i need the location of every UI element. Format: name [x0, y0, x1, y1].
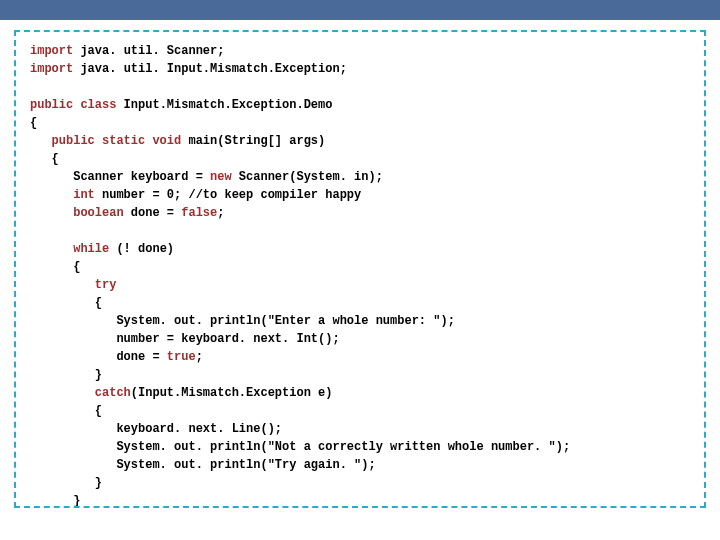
code-text: }	[30, 476, 102, 490]
kw-new: new	[210, 170, 232, 184]
kw-psv: public static void	[30, 134, 181, 148]
kw-catch: catch	[30, 386, 131, 400]
code-text: number = keyboard. next. Int();	[30, 332, 340, 346]
code-text: java. util. Scanner;	[73, 44, 224, 58]
code-text: {	[30, 116, 37, 130]
code-text: (! done)	[109, 242, 174, 256]
kw-public-class: public class	[30, 98, 116, 112]
kw-true: true	[167, 350, 196, 364]
code-text: {	[30, 152, 59, 166]
code-text: done =	[124, 206, 182, 220]
slide-accent-bar	[0, 0, 720, 20]
code-text: Scanner keyboard =	[30, 170, 210, 184]
code-text: System. out. println("Not a correctly wr…	[30, 440, 570, 454]
code-text: keyboard. next. Line();	[30, 422, 282, 436]
code-text: main(String[] args)	[181, 134, 325, 148]
kw-import-2: import	[30, 62, 73, 76]
code-block: import java. util. Scanner; import java.…	[30, 42, 690, 508]
kw-try: try	[30, 278, 116, 292]
code-text: ;	[217, 206, 224, 220]
code-text: System. out. println("Try again. ");	[30, 458, 376, 472]
code-text: (Input.Mismatch.Exception e)	[131, 386, 333, 400]
code-text: number = 0; //to keep compiler happy	[95, 188, 361, 202]
code-text: {	[30, 404, 102, 418]
kw-boolean: boolean	[30, 206, 124, 220]
code-text: {	[30, 296, 102, 310]
kw-false: false	[181, 206, 217, 220]
code-text: done =	[30, 350, 167, 364]
code-text: Input.Mismatch.Exception.Demo	[116, 98, 332, 112]
code-text: ;	[196, 350, 203, 364]
kw-while: while	[30, 242, 109, 256]
code-text: }	[30, 494, 80, 508]
kw-import-1: import	[30, 44, 73, 58]
code-text: System. out. println("Enter a whole numb…	[30, 314, 455, 328]
code-frame: import java. util. Scanner; import java.…	[14, 30, 706, 508]
code-text: java. util. Input.Mismatch.Exception;	[73, 62, 347, 76]
kw-int: int	[30, 188, 95, 202]
code-text: {	[30, 260, 80, 274]
code-text: Scanner(System. in);	[232, 170, 383, 184]
code-text: }	[30, 368, 102, 382]
